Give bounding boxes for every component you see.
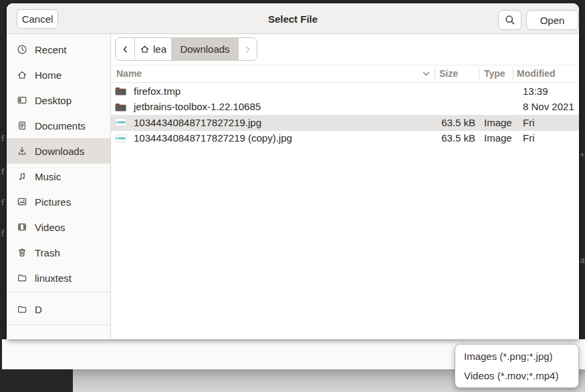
- list-column-headers: Name Size Type Modified: [111, 65, 579, 83]
- headerbar: Cancel Select File Open: [7, 3, 579, 34]
- sidebar-item-other-locations[interactable]: Other Locations: [7, 329, 110, 339]
- path-bar: lea Downloads: [115, 37, 257, 61]
- filter-option-videos[interactable]: Videos (*.mov;*.mp4): [455, 366, 578, 385]
- path-segment-downloads[interactable]: Downloads: [172, 38, 239, 60]
- home-icon: [17, 69, 27, 80]
- background-text-fragment: f: [0, 228, 6, 238]
- column-header-type[interactable]: Type: [484, 68, 505, 79]
- file-modified: Fri: [523, 132, 535, 144]
- sidebar-item-label: Other Locations: [35, 337, 106, 339]
- image-thumbnail-icon: [115, 118, 126, 126]
- sidebar-item-music[interactable]: Music: [7, 164, 110, 189]
- path-forward-button[interactable]: [239, 38, 257, 60]
- image-thumbnail-icon: [115, 134, 126, 142]
- film-icon: [17, 222, 27, 232]
- sidebar-item-label: Downloads: [35, 146, 84, 157]
- dialog-title: Select File: [7, 3, 579, 34]
- folder-icon: [115, 103, 126, 112]
- sidebar-item-label: Home: [35, 69, 62, 81]
- column-divider: [435, 67, 435, 80]
- filter-option-images[interactable]: Images (*.png;*.jpg): [455, 347, 578, 366]
- file-filter-dropdown: Images (*.png;*.jpg) Videos (*.mov;*.mp4…: [455, 344, 579, 388]
- path-home-label: lea: [153, 43, 166, 55]
- search-button[interactable]: [498, 10, 521, 30]
- file-name: 10344340848717827219.jpg: [134, 117, 261, 128]
- sidebar-item-label: Recent: [35, 44, 67, 55]
- file-name: 10344340848717827219 (copy).jpg: [134, 132, 292, 144]
- file-modified: 13:39: [523, 85, 548, 97]
- sidebar-item-label: Videos: [35, 222, 66, 233]
- file-list-panel: lea Downloads Name Size T: [111, 34, 579, 339]
- search-icon: [505, 15, 515, 25]
- background-text-fragment: +: [580, 150, 585, 160]
- document-icon: [17, 120, 27, 131]
- sidebar-item-trash[interactable]: Trash: [7, 240, 110, 265]
- sidebar-item-d[interactable]: D: [7, 297, 110, 322]
- clock-icon: [17, 44, 27, 55]
- sort-chevron-down-icon: [423, 71, 430, 77]
- file-size: 63.5 kB: [398, 132, 475, 144]
- file-size: 63.5 kB: [398, 117, 475, 128]
- folder-icon: [115, 87, 126, 95]
- file-chooser-dialog: Cancel Select File Open Recent: [7, 3, 579, 339]
- folder-icon: [17, 272, 27, 283]
- file-rows: firefox.tmp 13:39 jetbrains-toolbox-1.22…: [111, 83, 579, 146]
- file-name: jetbrains-toolbox-1.22.10685: [134, 101, 261, 112]
- chevron-right-icon: [245, 45, 251, 54]
- background-text-fragment: a: [580, 255, 585, 265]
- background-text-fragment: f: [0, 167, 6, 177]
- download-icon: [17, 146, 27, 156]
- sidebar-item-downloads[interactable]: Downloads: [7, 138, 110, 164]
- open-button[interactable]: Open: [526, 10, 578, 30]
- trash-icon: [17, 247, 27, 258]
- column-divider: [513, 67, 513, 80]
- desktop-icon: [17, 95, 27, 106]
- picture-icon: [17, 196, 27, 207]
- path-segment-home[interactable]: lea: [135, 38, 172, 60]
- sidebar-item-linuxtest[interactable]: linuxtest: [7, 265, 110, 290]
- column-header-modified[interactable]: Modified: [517, 68, 556, 79]
- sidebar-item-label: D: [35, 304, 42, 315]
- file-modified: Fri: [523, 117, 535, 128]
- sidebar-separator: [7, 292, 110, 292]
- column-header-size[interactable]: Size: [439, 68, 458, 79]
- file-type: Image: [484, 132, 512, 144]
- column-divider: [479, 67, 479, 80]
- chevron-left-icon: [122, 45, 128, 54]
- music-note-icon: [17, 171, 27, 182]
- sidebar-item-label: Trash: [35, 247, 60, 258]
- file-row-jpg-copy[interactable]: 10344340848717827219 (copy).jpg 63.5 kB …: [111, 131, 579, 147]
- file-modified: 8 Nov 2021: [523, 101, 574, 112]
- plus-icon: [17, 337, 27, 339]
- column-header-name[interactable]: Name: [116, 68, 142, 79]
- sidebar-item-home[interactable]: Home: [7, 62, 110, 87]
- file-type: Image: [484, 117, 512, 128]
- home-icon: [140, 44, 150, 54]
- sidebar-item-label: Music: [35, 171, 61, 182]
- sidebar-item-label: linuxtest: [35, 272, 72, 284]
- background-text-fragment: fi: [0, 134, 6, 144]
- file-row-jetbrains-toolbox[interactable]: jetbrains-toolbox-1.22.10685 8 Nov 2021: [111, 100, 579, 116]
- sidebar-item-label: Desktop: [35, 95, 72, 106]
- sidebar-item-label: Documents: [35, 120, 86, 132]
- sidebar-item-desktop[interactable]: Desktop: [7, 87, 110, 113]
- sidebar-item-label: Pictures: [35, 196, 71, 208]
- places-sidebar: Recent Home Desktop: [7, 34, 111, 339]
- sidebar-item-documents[interactable]: Documents: [7, 113, 110, 138]
- file-row-jpg-selected[interactable]: 10344340848717827219.jpg 63.5 kB Image F…: [111, 115, 579, 131]
- folder-icon: [17, 304, 27, 315]
- screenshot-stage: fi f f f + a Cancel Select File Open: [0, 0, 585, 392]
- file-name: firefox.tmp: [134, 85, 181, 97]
- sidebar-item-pictures[interactable]: Pictures: [7, 189, 110, 214]
- path-back-button[interactable]: [116, 38, 135, 60]
- file-row-firefox-tmp[interactable]: firefox.tmp 13:39: [111, 83, 579, 100]
- background-text-fragment: f: [0, 198, 6, 208]
- sidebar-item-videos[interactable]: Videos: [7, 214, 110, 240]
- sidebar-separator: [7, 325, 110, 325]
- sidebar-item-recent[interactable]: Recent: [7, 37, 110, 62]
